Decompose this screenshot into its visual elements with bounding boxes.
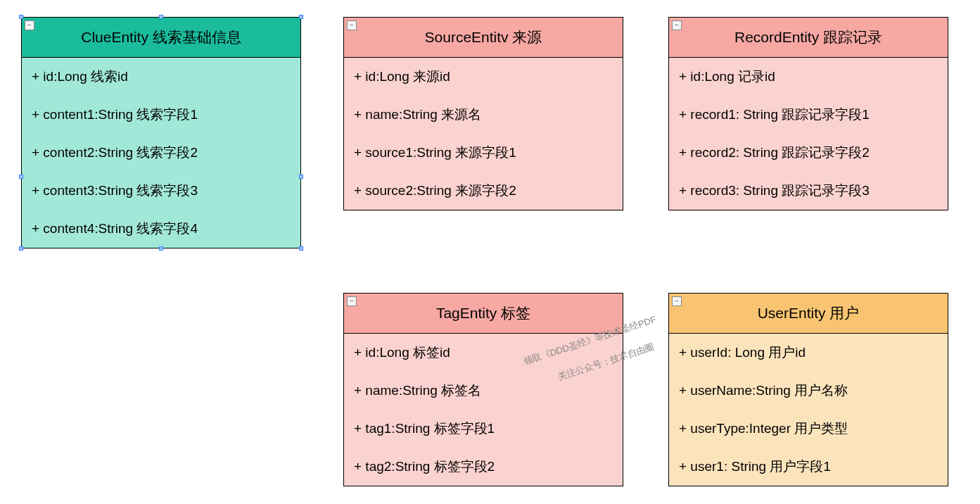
attr-row: + id:Long 来源id (344, 58, 623, 96)
entity-record-header: − RecordEntity 跟踪记录 (669, 18, 948, 58)
collapse-icon[interactable]: − (347, 20, 357, 30)
attr-row: + content3:String 线索字段3 (22, 172, 300, 210)
attr-row: + userName:String 用户名称 (669, 372, 948, 410)
entity-source[interactable]: − SourceEntitv 来源 + id:Long 来源id + name:… (343, 17, 623, 210)
selection-handle[interactable] (299, 15, 303, 19)
collapse-icon[interactable]: − (25, 20, 34, 30)
entity-tag-header: − TagEntity 标签 (344, 294, 623, 334)
attr-row: + id:Long 记录id (669, 58, 948, 96)
selection-handle[interactable] (159, 15, 163, 19)
attr-row: + tag2:String 标签字段2 (344, 448, 623, 486)
entity-record-title: RecordEntity 跟踪记录 (734, 29, 882, 45)
attr-row: + name:String 来源名 (344, 96, 623, 134)
selection-handle[interactable] (19, 246, 23, 251)
entity-source-header: − SourceEntitv 来源 (344, 18, 623, 58)
entity-clue-header: − ClueEntity 线索基础信息 (22, 18, 300, 58)
collapse-icon[interactable]: − (672, 296, 682, 306)
entity-user-title: UserEntity 用户 (758, 305, 860, 321)
entity-clue-body: + id:Long 线索id + content1:String 线索字段1 +… (22, 58, 300, 248)
attr-row: + source2:String 来源字段2 (344, 172, 623, 210)
selection-handle[interactable] (19, 15, 23, 19)
selection-handle[interactable] (159, 246, 163, 251)
attr-row: + content1:String 线索字段1 (22, 96, 300, 134)
entity-tag[interactable]: − TagEntity 标签 + id:Long 标签id + name:Str… (343, 293, 623, 486)
attr-row: + id:Long 线索id (22, 58, 300, 96)
attr-row: + tag1:String 标签字段1 (344, 410, 623, 448)
entity-source-title: SourceEntitv 来源 (425, 29, 542, 45)
entity-user[interactable]: − UserEntity 用户 + userId: Long 用户id + us… (668, 293, 948, 486)
attr-row: + id:Long 标签id (344, 334, 623, 372)
entity-user-body: + userId: Long 用户id + userName:String 用户… (669, 334, 948, 486)
attr-row: + userType:Integer 用户类型 (669, 410, 948, 448)
attr-row: + record1: String 跟踪记录字段1 (669, 96, 948, 134)
attr-row: + record2: String 跟踪记录字段2 (669, 134, 948, 172)
entity-user-header: − UserEntity 用户 (669, 294, 948, 334)
entity-clue-title: ClueEntity 线索基础信息 (81, 29, 241, 45)
attr-row: + user1: String 用户字段1 (669, 448, 948, 486)
selection-handle[interactable] (299, 246, 303, 251)
attr-row: + userId: Long 用户id (669, 334, 948, 372)
entity-tag-body: + id:Long 标签id + name:String 标签名 + tag1:… (344, 334, 623, 486)
attr-row: + name:String 标签名 (344, 372, 623, 410)
attr-row: + content2:String 线索字段2 (22, 134, 300, 172)
entity-record[interactable]: − RecordEntity 跟踪记录 + id:Long 记录id + rec… (668, 17, 948, 210)
selection-handle[interactable] (19, 175, 23, 179)
attr-row: + record3: String 跟踪记录字段3 (669, 172, 948, 210)
entity-record-body: + id:Long 记录id + record1: String 跟踪记录字段1… (669, 58, 948, 210)
collapse-icon[interactable]: − (672, 20, 682, 30)
attr-row: + content4:String 线索字段4 (22, 210, 300, 248)
entity-tag-title: TagEntity 标签 (436, 305, 530, 321)
entity-source-body: + id:Long 来源id + name:String 来源名 + sourc… (344, 58, 623, 210)
attr-row: + source1:String 来源字段1 (344, 134, 623, 172)
collapse-icon[interactable]: − (347, 296, 357, 306)
selection-handle[interactable] (299, 175, 303, 179)
entity-clue[interactable]: − ClueEntity 线索基础信息 + id:Long 线索id + con… (21, 17, 301, 248)
